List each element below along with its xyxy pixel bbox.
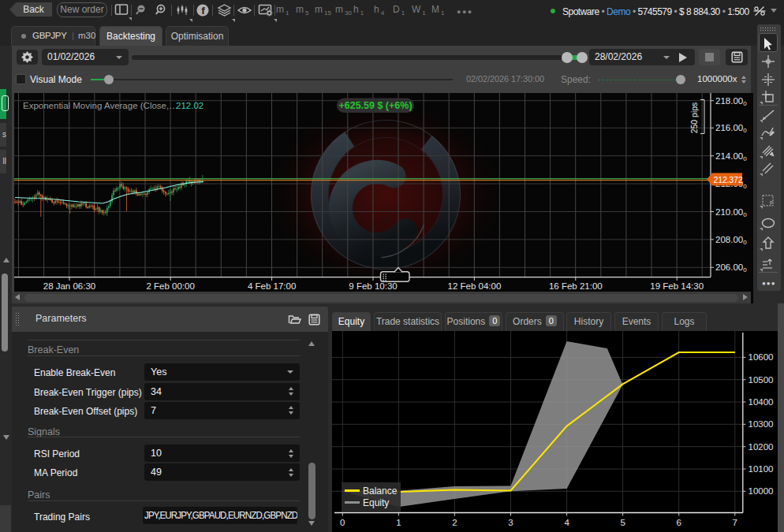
svg-text:212.02: 212.02 bbox=[176, 101, 203, 110]
svg-text:10600: 10600 bbox=[749, 352, 774, 362]
svg-text:Exponential Moving Average (Cl: Exponential Moving Average (Close,… bbox=[23, 101, 178, 110]
svg-text:6: 6 bbox=[676, 518, 681, 527]
svg-text:4 Feb 17:00: 4 Feb 17:00 bbox=[248, 281, 296, 291]
svg-text:208.000: 208.000 bbox=[715, 235, 747, 246]
svg-text:206.000: 206.000 bbox=[715, 262, 747, 273]
svg-text:9 Feb 10:30: 9 Feb 10:30 bbox=[349, 281, 397, 291]
svg-text:214.000: 214.000 bbox=[715, 151, 747, 162]
svg-text:210.000: 210.000 bbox=[715, 207, 747, 218]
svg-text:Equity: Equity bbox=[363, 497, 389, 508]
svg-text:10000: 10000 bbox=[749, 486, 774, 496]
svg-text:19 Feb 14:30: 19 Feb 14:30 bbox=[650, 281, 704, 291]
svg-text:Balance: Balance bbox=[363, 485, 398, 497]
svg-text:12 Feb 04:00: 12 Feb 04:00 bbox=[448, 281, 502, 291]
svg-text:7: 7 bbox=[733, 518, 737, 527]
svg-text:250 pips: 250 pips bbox=[689, 102, 699, 134]
svg-text:10100: 10100 bbox=[749, 464, 774, 474]
svg-text:0: 0 bbox=[340, 518, 345, 527]
svg-text:4: 4 bbox=[564, 518, 569, 527]
svg-text:F: F bbox=[770, 200, 773, 206]
svg-text:10200: 10200 bbox=[749, 442, 774, 452]
svg-text:10500: 10500 bbox=[749, 375, 774, 385]
svg-text:1: 1 bbox=[396, 518, 401, 527]
svg-text:16 Feb 21:00: 16 Feb 21:00 bbox=[549, 281, 603, 291]
svg-text:218.000: 218.000 bbox=[715, 96, 747, 107]
svg-text:+625.59 $ (+6%): +625.59 $ (+6%) bbox=[338, 100, 412, 111]
svg-text:28 Jan 06:30: 28 Jan 06:30 bbox=[43, 281, 96, 291]
svg-text:212.372: 212.372 bbox=[714, 175, 743, 184]
svg-text:2: 2 bbox=[452, 518, 457, 527]
svg-text:10400: 10400 bbox=[749, 397, 774, 407]
svg-text:216.000: 216.000 bbox=[715, 123, 747, 134]
svg-text:f: f bbox=[201, 5, 205, 17]
svg-text:2 Feb 00:00: 2 Feb 00:00 bbox=[147, 281, 195, 291]
svg-text:10300: 10300 bbox=[749, 419, 774, 429]
svg-text:5: 5 bbox=[620, 518, 625, 527]
svg-text:3: 3 bbox=[508, 518, 513, 527]
